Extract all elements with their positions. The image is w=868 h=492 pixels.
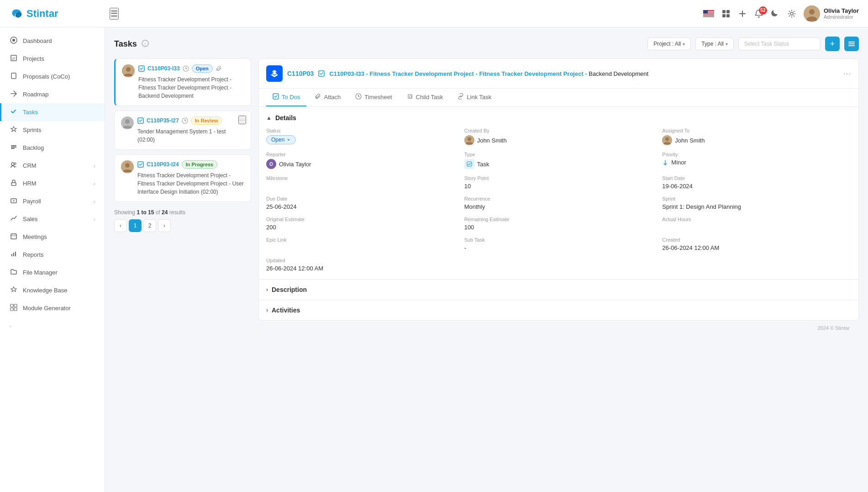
sidebar-item-backlog[interactable]: Backlog [0,139,105,157]
tab-child-task[interactable]: Child Task [400,89,450,106]
pagination-page-1-button[interactable]: 1 [129,219,142,232]
tab-link-task[interactable]: Link Task [451,89,498,106]
sidebar-label-roadmap: Roadmap [23,91,48,98]
task-id-link-2[interactable]: C110P03-I24 [147,161,179,168]
sidebar-item-meetings[interactable]: Meetings [0,228,105,246]
activities-section[interactable]: › Activities [259,300,858,320]
sidebar-label-meetings: Meetings [23,233,47,240]
due-date-label: Due Date [266,196,455,201]
svg-rect-17 [11,145,16,146]
svg-point-39 [126,67,131,72]
sidebar-item-proposals[interactable]: Proposals (CoCo) [0,68,105,85]
sidebar-item-dashboard[interactable]: Dashboard [0,32,105,50]
sidebar-item-knowledge-base[interactable]: Knowledge Base [0,281,105,299]
sidebar-item-roadmap[interactable]: Roadmap [0,85,105,103]
type-label: Type [464,152,653,157]
status-pill-chevron [286,138,291,142]
user-avatar [804,5,820,22]
tab-child-task-label: Child Task [416,94,443,101]
project-filter-dropdown[interactable]: Project : All ▾ [647,37,691,50]
actual-hours-label: Actual Hours [662,217,851,222]
description-section-title: Description [272,286,307,293]
tab-attach-label: Attach [324,94,341,101]
grid-view-button[interactable] [721,9,731,18]
field-due-date: Due Date 25-06-2024 [266,196,455,210]
sub-task-text: - [464,244,466,251]
quick-add-button[interactable] [738,9,747,18]
task-check-icon-1 [137,117,144,124]
type-value: Task [464,159,653,169]
dark-mode-button[interactable] [771,9,780,18]
sprint-text: Sprint 1: Design And Planning [662,203,741,210]
remaining-estimate-label: Remaining Estimate [464,217,653,222]
detail-more-button[interactable]: ⋯ [843,69,851,79]
sidebar-item-hrm[interactable]: HRM › [0,175,105,192]
detail-title: C110P03-I33 - Fitness Tracker Developmen… [329,70,838,77]
sidebar-item-reports[interactable]: Reports [0,246,105,264]
child-task-tab-icon [407,93,413,101]
sidebar-label-hrm: HRM [23,180,37,187]
sidebar-label-module-generator: Module Generator [23,305,71,312]
task-id-link-1[interactable]: C110P35-I27 [147,117,179,124]
pagination-next-button[interactable]: › [158,219,171,232]
type-filter-label: Type : All [701,41,724,47]
pagination-prev-button[interactable]: ‹ [114,219,127,232]
task-card-0[interactable]: C110P03-I33 Open Fitness Tracker Develop… [114,58,251,106]
sidebar-item-projects[interactable]: Projects [0,50,105,68]
sidebar-item-file-manager[interactable]: File Manager [0,264,105,281]
sidebar-item-crm[interactable]: CRM › [0,157,105,175]
notification-button[interactable]: 52 [754,9,763,18]
svg-rect-6 [703,10,708,14]
field-type: Type Task [464,152,653,169]
status-pill[interactable]: Open [266,135,296,144]
recurrence-value: Monthly [464,203,653,210]
sidebar-item-payroll[interactable]: Payroll › [0,192,105,210]
task-list-panel: C110P03-I33 Open Fitness Tracker Develop… [114,58,251,321]
status-select[interactable]: Select Task Status [738,37,821,50]
logo-text: Stintar [26,8,58,20]
sidebar-item-module-generator[interactable]: Module Generator [0,299,105,317]
language-selector-button[interactable] [703,10,714,17]
field-reporter: Reporter O Olivia Taylor [266,152,455,169]
description-section[interactable]: › Description [259,279,858,300]
section-details-header[interactable]: ▲ Details [266,114,851,122]
list-icon [848,40,855,48]
task-id-link-0[interactable]: C110P03-I33 [147,65,180,72]
type-filter-dropdown[interactable]: Type : All ▾ [695,37,734,50]
task-card-content-1: C110P35-I27 In Review Tender Management … [137,116,244,144]
menu-toggle-button[interactable]: ☰ [110,8,119,20]
tasks-info-icon[interactable]: i [142,40,149,48]
field-created-by: Created By John Smith [464,128,653,145]
pagination-page-2-button[interactable]: 2 [143,219,156,232]
task-card-2[interactable]: C110P03-I24 In Progress Fitness Tracker … [114,154,251,202]
svg-rect-29 [11,304,13,307]
field-actual-hours: Actual Hours [662,217,851,231]
settings-button[interactable] [787,9,796,18]
sidebar-item-sales[interactable]: Sales › [0,210,105,228]
tab-todos[interactable]: To Dos [266,89,306,106]
sidebar-item-tasks[interactable]: Tasks [0,103,105,121]
tab-timesheet[interactable]: Timesheet [349,89,398,106]
user-profile-section[interactable]: Olivia Taylor Administrator [804,5,859,22]
task-card-header-2: C110P03-I24 In Progress [137,160,244,169]
svg-rect-23 [11,199,16,203]
svg-rect-9 [722,14,726,17]
avatar-image [804,5,820,22]
crm-icon [9,161,18,170]
notification-badge: 52 [759,6,767,15]
knowledge-base-icon [9,286,18,295]
svg-rect-32 [14,308,17,311]
task-more-button-1[interactable]: ⋯ [238,116,246,124]
task-card-1[interactable]: C110P35-I27 In Review Tender Management … [114,111,251,150]
add-task-button[interactable]: + [825,37,840,51]
tasks-body: C110P03-I33 Open Fitness Tracker Develop… [114,58,859,321]
tab-attach[interactable]: Attach [308,89,347,106]
details-section: ▲ Details Status Open [259,107,858,279]
list-view-button[interactable] [844,37,859,51]
created-label: Created [662,237,851,243]
attach-tab-icon [315,93,321,101]
assigned-to-name: John Smith [675,137,705,144]
tasks-icon [9,108,18,116]
svg-rect-22 [11,183,16,185]
sidebar-item-sprints[interactable]: Sprints [0,121,105,139]
